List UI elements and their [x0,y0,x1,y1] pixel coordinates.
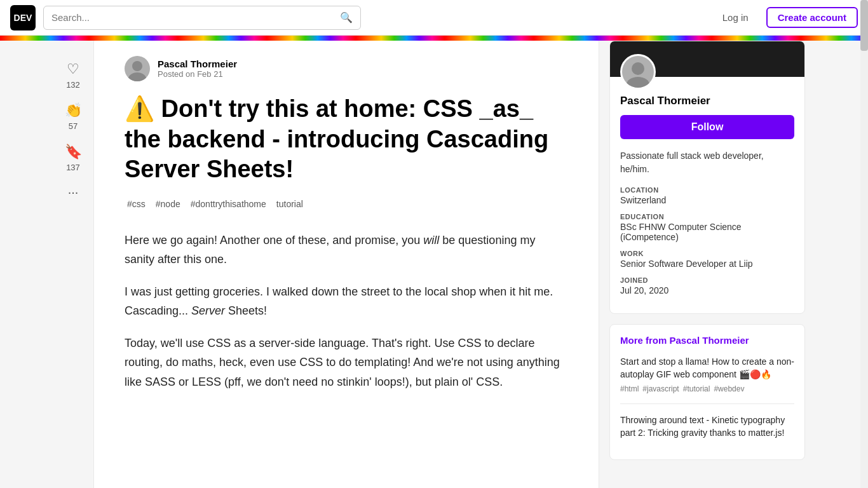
article-tags: #css #node #donttrythisathome tutorial [125,198,568,210]
tag-tutorial[interactable]: tutorial [274,198,306,210]
info-education: EDUCATION BSc FHNW Computer Science (iCo… [620,213,794,242]
more-actions[interactable]: ··· [63,180,84,205]
create-account-button[interactable]: Create account [766,7,858,28]
body-paragraph-3: Today, we'll use CSS as a server-side la… [125,334,568,392]
author-row: Pascal Thormeier Posted on Feb 21 [125,56,568,81]
bookmark-action[interactable]: 🔖 137 [65,139,82,177]
login-button[interactable]: Log in [712,7,759,28]
info-joined: JOINED Jul 20, 2020 [620,276,794,295]
article-body: Here we go again! Another one of these, … [125,231,568,392]
svg-point-1 [132,61,142,71]
more-from-card: More from Pascal Thormeier Start and sto… [609,324,805,460]
article-title: ⚠️ Don't try this at home: CSS _as_ the … [125,94,568,185]
main-layout: ♡ 132 👏 57 🔖 137 ··· [53,41,815,488]
svg-point-4 [632,62,644,75]
more-article-2: Throwing around text - Kinetic typograph… [620,414,794,439]
author-card: Pascal Thormeier Follow Passionate full … [609,41,805,314]
search-bar[interactable]: 🔍 [43,6,361,30]
more-tag-tutorial[interactable]: #tutorial [683,384,710,393]
tag-node[interactable]: #node [153,198,183,210]
scrollbar[interactable] [860,0,868,488]
more-from-title: More from Pascal Thormeier [620,335,794,346]
joined-label: JOINED [620,276,794,284]
search-icon: 🔍 [340,11,353,24]
more-article-2-title[interactable]: Throwing around text - Kinetic typograph… [620,414,794,439]
tag-css[interactable]: #css [125,198,148,210]
author-info: Pascal Thormeier Posted on Feb 21 [158,58,237,79]
more-tag-javascript[interactable]: #javascript [642,384,679,393]
more-tag-html[interactable]: #html [620,384,639,393]
post-date: Posted on Feb 21 [158,69,237,79]
author-card-avatar[interactable] [620,54,656,90]
rainbow-bar [0,36,868,41]
info-work: WORK Senior Software Developer at Liip [620,250,794,269]
work-label: WORK [620,250,794,257]
education-value: BSc FHNW Computer Science (iCompetence) [620,222,794,242]
left-sidebar: ♡ 132 👏 57 🔖 137 ··· [53,41,93,488]
search-input[interactable] [51,12,340,23]
site-logo[interactable]: DEV [10,5,36,30]
bookmark-icon: 🔖 [65,144,82,160]
like-count: 132 [66,80,80,90]
follow-button[interactable]: Follow [620,115,794,139]
site-header: DEV 🔍 Log in Create account [0,0,868,36]
author-card-header [610,41,804,77]
like-action[interactable]: ♡ 132 [66,56,80,95]
author-card-name: Pascal Thormeier [620,95,794,107]
author-avatar[interactable] [125,56,150,81]
more-tag-webdev[interactable]: #webdev [714,384,744,393]
location-value: Switzerland [620,195,794,205]
heart-icon: ♡ [67,61,79,78]
work-value: Senior Software Developer at Liip [620,259,794,269]
joined-value: Jul 20, 2020 [620,285,794,295]
author-bio: Passionate full stack web developer, he/… [620,149,794,176]
article-content: Pascal Thormeier Posted on Feb 21 ⚠️ Don… [93,41,599,488]
reactions-action[interactable]: 👏 57 [65,97,82,136]
reactions-icon: 👏 [65,102,82,119]
reactions-count: 57 [69,121,78,131]
more-from-author[interactable]: Pascal Thormeier [670,335,749,346]
bookmark-count: 137 [66,163,80,172]
body-paragraph-2: I was just getting groceries. I walked d… [125,282,568,321]
education-label: EDUCATION [620,213,794,220]
title-emoji: ⚠️ [125,95,154,122]
info-location: LOCATION Switzerland [620,186,794,205]
divider [620,403,794,404]
more-article-1-title[interactable]: Start and stop a llama! How to create a … [620,356,794,381]
scrollbar-thumb[interactable] [860,0,868,51]
location-label: LOCATION [620,186,794,194]
more-article-1-tags: #html #javascript #tutorial #webdev [620,384,794,393]
tag-donttrythisathome[interactable]: #donttrythisathome [188,198,269,210]
body-paragraph-1: Here we go again! Another one of these, … [125,231,568,269]
author-card-body: Pascal Thormeier Follow Passionate full … [610,77,804,313]
more-article-1: Start and stop a llama! How to create a … [620,356,794,393]
author-name[interactable]: Pascal Thormeier [158,58,237,69]
right-sidebar: Pascal Thormeier Follow Passionate full … [599,41,815,488]
